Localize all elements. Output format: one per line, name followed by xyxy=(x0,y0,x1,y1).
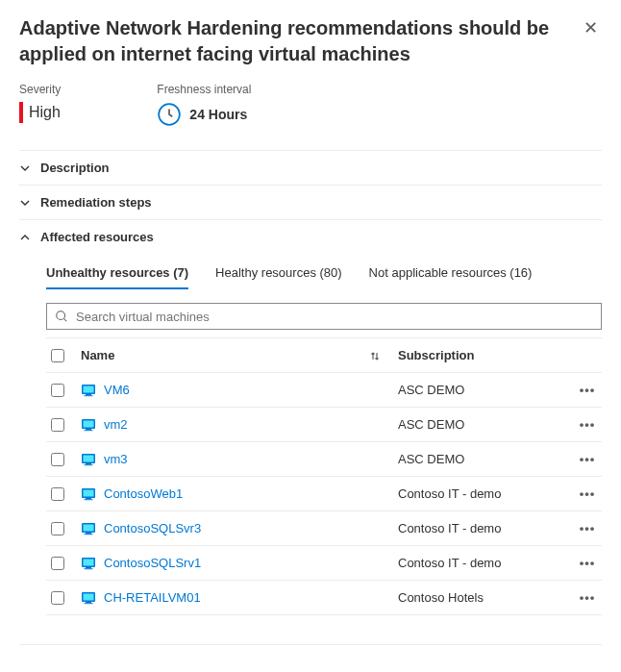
svg-rect-16 xyxy=(86,498,91,499)
column-subscription[interactable]: Subscription xyxy=(398,348,561,362)
svg-rect-25 xyxy=(85,568,93,569)
column-name[interactable]: Name xyxy=(81,348,114,362)
more-actions-icon[interactable]: ••• xyxy=(573,556,602,570)
svg-rect-4 xyxy=(86,394,91,395)
svg-rect-20 xyxy=(86,533,91,534)
svg-rect-7 xyxy=(84,420,94,427)
chevron-up-icon xyxy=(19,232,31,243)
search-icon xyxy=(55,310,68,323)
table-row: ContosoWeb1 Contoso IT - demo ••• xyxy=(46,477,602,511)
svg-rect-11 xyxy=(84,455,94,461)
svg-point-1 xyxy=(57,311,65,320)
vm-icon xyxy=(81,417,96,433)
severity-block: Severity High xyxy=(19,83,61,127)
more-actions-icon[interactable]: ••• xyxy=(573,383,602,397)
search-input[interactable] xyxy=(74,309,593,325)
divider xyxy=(19,644,602,645)
more-actions-icon[interactable]: ••• xyxy=(573,417,602,432)
tab-not-applicable[interactable]: Not applicable resources (16) xyxy=(369,265,533,289)
freshness-block: Freshness interval 24 Hours xyxy=(157,83,251,127)
resource-link[interactable]: ContosoSQLSvr3 xyxy=(104,521,201,535)
vm-icon xyxy=(81,452,96,467)
svg-rect-28 xyxy=(86,602,91,603)
clock-icon xyxy=(157,102,182,127)
svg-rect-3 xyxy=(84,386,94,392)
sort-icon[interactable] xyxy=(369,350,381,361)
resource-link[interactable]: vm3 xyxy=(104,452,128,466)
section-affected[interactable]: Affected resources xyxy=(19,220,602,254)
table-row: vm2 ASC DEMO ••• xyxy=(46,408,602,442)
vm-icon xyxy=(81,590,96,606)
more-actions-icon[interactable]: ••• xyxy=(573,452,602,466)
freshness-label: Freshness interval xyxy=(157,83,251,96)
select-all-checkbox[interactable] xyxy=(51,349,64,362)
section-remediation[interactable]: Remediation steps xyxy=(19,186,602,219)
close-icon[interactable]: ✕ xyxy=(580,15,602,40)
tab-unhealthy[interactable]: Unhealthy resources (7) xyxy=(46,265,188,289)
more-actions-icon[interactable]: ••• xyxy=(573,521,602,535)
svg-rect-21 xyxy=(85,534,93,535)
row-checkbox[interactable] xyxy=(51,453,64,466)
svg-rect-5 xyxy=(85,395,93,396)
resource-link[interactable]: ContosoWeb1 xyxy=(104,486,183,501)
svg-rect-12 xyxy=(86,463,91,464)
table-row: ContosoSQLSvr3 Contoso IT - demo ••• xyxy=(46,511,602,546)
more-actions-icon[interactable]: ••• xyxy=(573,590,602,605)
severity-bar-icon xyxy=(19,102,23,123)
vm-icon xyxy=(81,556,96,571)
table-row: ContosoSQLSrv1 Contoso IT - demo ••• xyxy=(46,546,602,581)
row-checkbox[interactable] xyxy=(51,487,64,501)
resource-link[interactable]: CH-RETAILVM01 xyxy=(104,590,201,605)
row-checkbox[interactable] xyxy=(51,591,64,605)
svg-rect-19 xyxy=(84,524,94,531)
section-remediation-title: Remediation steps xyxy=(40,195,152,210)
row-checkbox[interactable] xyxy=(51,522,64,535)
freshness-value: 24 Hours xyxy=(189,107,247,122)
chevron-down-icon xyxy=(19,162,31,174)
row-checkbox[interactable] xyxy=(51,384,64,397)
subscription-cell: Contoso IT - demo xyxy=(398,486,561,501)
section-description[interactable]: Description xyxy=(19,151,602,185)
svg-rect-17 xyxy=(85,499,93,500)
resource-link[interactable]: VM6 xyxy=(104,383,130,397)
section-description-title: Description xyxy=(40,161,110,175)
subscription-cell: Contoso IT - demo xyxy=(398,521,561,535)
svg-rect-8 xyxy=(86,429,91,430)
search-input-wrap[interactable] xyxy=(46,303,602,330)
svg-rect-13 xyxy=(85,464,93,465)
table-row: VM6 ASC DEMO ••• xyxy=(46,373,602,408)
table-row: CH-RETAILVM01 Contoso Hotels ••• xyxy=(46,581,602,615)
resource-link[interactable]: ContosoSQLSrv1 xyxy=(104,556,201,570)
table-header: Name Subscription xyxy=(46,338,602,373)
subscription-cell: Contoso Hotels xyxy=(398,590,561,605)
severity-label: Severity xyxy=(19,83,61,96)
svg-rect-24 xyxy=(86,567,91,568)
table-row: vm3 ASC DEMO ••• xyxy=(46,442,602,477)
svg-rect-23 xyxy=(84,559,94,565)
severity-value: High xyxy=(29,104,61,121)
subscription-cell: ASC DEMO xyxy=(398,452,561,466)
svg-rect-29 xyxy=(85,603,93,604)
page-title: Adaptive Network Hardening recommendatio… xyxy=(19,15,580,67)
tab-healthy[interactable]: Healthy resources (80) xyxy=(215,265,342,289)
subscription-cell: ASC DEMO xyxy=(398,417,561,432)
svg-rect-27 xyxy=(84,593,94,600)
vm-icon xyxy=(81,521,96,536)
vm-icon xyxy=(81,486,96,502)
svg-rect-15 xyxy=(84,489,94,496)
section-affected-title: Affected resources xyxy=(40,230,154,244)
svg-rect-9 xyxy=(85,430,93,431)
subscription-cell: Contoso IT - demo xyxy=(398,556,561,570)
resources-table: Name Subscription VM6 ASC DEMO ••• vm2 A… xyxy=(46,337,602,615)
subscription-cell: ASC DEMO xyxy=(398,383,561,397)
row-checkbox[interactable] xyxy=(51,557,64,570)
more-actions-icon[interactable]: ••• xyxy=(573,486,602,501)
resource-link[interactable]: vm2 xyxy=(104,417,128,432)
row-checkbox[interactable] xyxy=(51,418,64,432)
chevron-down-icon xyxy=(19,197,31,209)
vm-icon xyxy=(81,383,96,398)
